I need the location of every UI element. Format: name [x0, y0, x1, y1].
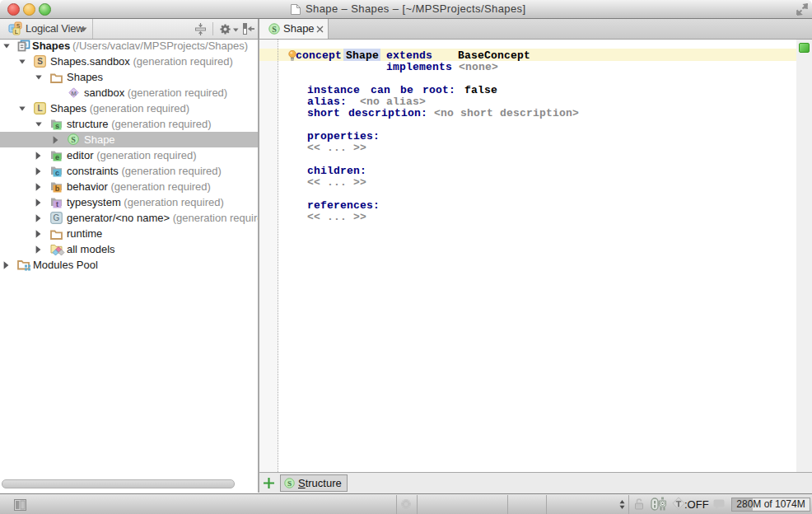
svg-text:L: L	[15, 29, 19, 35]
svg-text:L: L	[37, 104, 42, 113]
svg-text:G: G	[54, 213, 60, 222]
svg-text:t: t	[56, 200, 58, 208]
svg-text:S: S	[272, 25, 277, 34]
svg-text:s: s	[55, 122, 59, 130]
svg-text:c: c	[55, 169, 59, 177]
svg-text:b: b	[55, 185, 60, 193]
svg-text:S: S	[71, 135, 76, 144]
svg-text:S: S	[37, 57, 43, 66]
svg-text:M: M	[71, 90, 77, 97]
svg-text:S: S	[287, 479, 292, 488]
svg-text:S: S	[16, 23, 21, 29]
svg-text:e: e	[55, 153, 59, 161]
